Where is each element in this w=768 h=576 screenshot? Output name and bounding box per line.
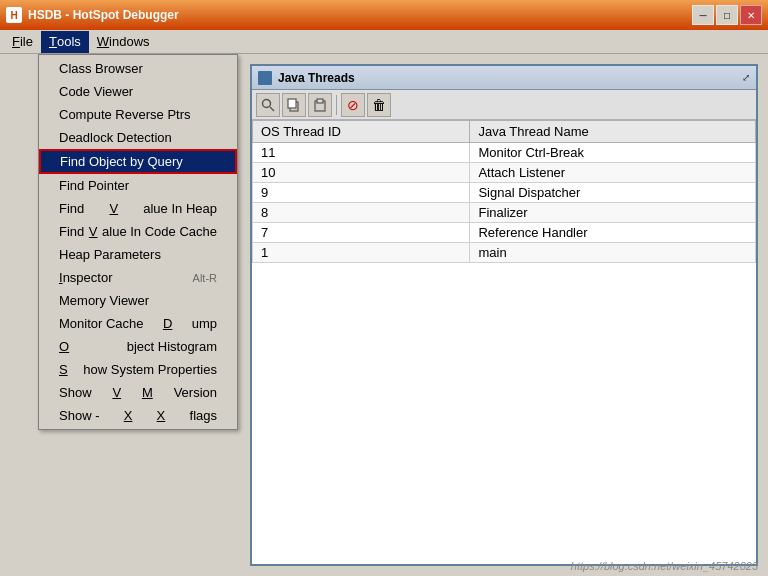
- toolbar-separator: [336, 95, 337, 115]
- menu-find-value-in-code-cache[interactable]: Find Value In Code Cache: [39, 220, 237, 243]
- window-controls: ─ □ ✕: [692, 5, 762, 25]
- menu-find-pointer[interactable]: Find Pointer: [39, 174, 237, 197]
- cell-os-thread-id: 8: [253, 203, 470, 223]
- maximize-button[interactable]: □: [716, 5, 738, 25]
- table-row[interactable]: 1main: [253, 243, 756, 263]
- table-row[interactable]: 8Finalizer: [253, 203, 756, 223]
- cell-os-thread-id: 9: [253, 183, 470, 203]
- toolbar-copy-button[interactable]: [282, 93, 306, 117]
- svg-line-1: [270, 107, 274, 111]
- right-panel: Java Threads ⤢: [240, 54, 768, 576]
- cell-java-thread-name: Finalizer: [470, 203, 756, 223]
- menu-bar: File Tools Windows: [0, 30, 768, 54]
- search-icon: [261, 98, 275, 112]
- cell-os-thread-id: 10: [253, 163, 470, 183]
- col-header-os-thread-id: OS Thread ID: [253, 121, 470, 143]
- menu-heap-parameters[interactable]: Heap Parameters: [39, 243, 237, 266]
- menu-code-viewer[interactable]: Code Viewer: [39, 80, 237, 103]
- tools-dropdown: Class Browser Code Viewer Compute Revers…: [38, 54, 238, 430]
- menu-file[interactable]: File: [4, 31, 41, 53]
- watermark: https://blog.csdn.net/weixin_45742023: [571, 560, 758, 572]
- title-bar-left: H HSDB - HotSpot Debugger: [6, 7, 179, 23]
- cell-java-thread-name: Signal Dispatcher: [470, 183, 756, 203]
- svg-rect-5: [317, 99, 323, 103]
- table-header-row: OS Thread ID Java Thread Name: [253, 121, 756, 143]
- menu-windows[interactable]: Windows: [89, 31, 158, 53]
- menu-deadlock-detection[interactable]: Deadlock Detection: [39, 126, 237, 149]
- toolbar-stop-button[interactable]: ⊘: [341, 93, 365, 117]
- threads-panel-title: Java Threads: [278, 71, 736, 85]
- threads-toolbar: ⊘ 🗑: [252, 90, 756, 120]
- copy-icon: [287, 98, 301, 112]
- cell-os-thread-id: 11: [253, 143, 470, 163]
- main-content: Class Browser Code Viewer Compute Revers…: [0, 54, 768, 576]
- app-title: HSDB - HotSpot Debugger: [28, 8, 179, 22]
- toolbar-delete-button[interactable]: 🗑: [367, 93, 391, 117]
- menu-memory-viewer[interactable]: Memory Viewer: [39, 289, 237, 312]
- cell-java-thread-name: Monitor Ctrl-Break: [470, 143, 756, 163]
- title-bar: H HSDB - HotSpot Debugger ─ □ ✕: [0, 0, 768, 30]
- paste-icon: [313, 98, 327, 112]
- threads-panel: Java Threads ⤢: [250, 64, 758, 566]
- threads-panel-icon: [258, 71, 272, 85]
- menu-object-histogram[interactable]: Object Histogram: [39, 335, 237, 358]
- menu-class-browser[interactable]: Class Browser: [39, 57, 237, 80]
- menu-show-vm-version[interactable]: Show VM Version: [39, 381, 237, 404]
- cell-java-thread-name: Reference Handler: [470, 223, 756, 243]
- svg-rect-3: [288, 99, 296, 108]
- close-button[interactable]: ✕: [740, 5, 762, 25]
- table-row[interactable]: 7Reference Handler: [253, 223, 756, 243]
- menu-compute-reverse-ptrs[interactable]: Compute Reverse Ptrs: [39, 103, 237, 126]
- cell-os-thread-id: 7: [253, 223, 470, 243]
- cell-java-thread-name: Attach Listener: [470, 163, 756, 183]
- menu-find-value-in-heap[interactable]: Find Value In Heap: [39, 197, 237, 220]
- cell-os-thread-id: 1: [253, 243, 470, 263]
- toolbar-paste-button[interactable]: [308, 93, 332, 117]
- svg-point-0: [263, 99, 271, 107]
- menu-tools[interactable]: Tools: [41, 31, 89, 53]
- java-threads-table: OS Thread ID Java Thread Name 11Monitor …: [252, 120, 756, 263]
- menu-show-system-properties[interactable]: Show System Properties: [39, 358, 237, 381]
- col-header-java-thread-name: Java Thread Name: [470, 121, 756, 143]
- toolbar-search-button[interactable]: [256, 93, 280, 117]
- menu-inspector[interactable]: Inspector Alt-R: [39, 266, 237, 289]
- table-row[interactable]: 11Monitor Ctrl-Break: [253, 143, 756, 163]
- app-icon: H: [6, 7, 22, 23]
- threads-table: OS Thread ID Java Thread Name 11Monitor …: [252, 120, 756, 564]
- menu-show-xx-flags[interactable]: Show -XX flags: [39, 404, 237, 427]
- table-row[interactable]: 10Attach Listener: [253, 163, 756, 183]
- menu-find-object-by-query[interactable]: Find Object by Query: [39, 149, 237, 174]
- menu-monitor-cache-dump[interactable]: Monitor Cache Dump: [39, 312, 237, 335]
- minimize-button[interactable]: ─: [692, 5, 714, 25]
- threads-expand-button[interactable]: ⤢: [742, 72, 750, 83]
- threads-title-bar: Java Threads ⤢: [252, 66, 756, 90]
- cell-java-thread-name: main: [470, 243, 756, 263]
- table-row[interactable]: 9Signal Dispatcher: [253, 183, 756, 203]
